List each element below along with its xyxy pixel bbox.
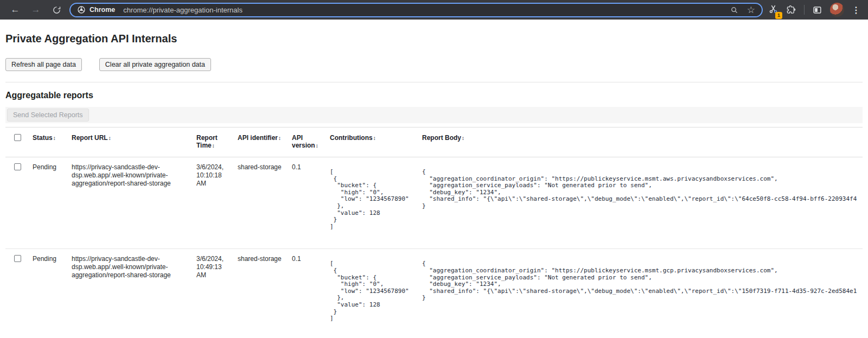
header-report-body[interactable]: Report Body↕: [422, 127, 863, 157]
back-icon[interactable]: ←: [9, 3, 22, 16]
three-dot-menu-icon[interactable]: ⋮: [852, 5, 860, 15]
omnibox[interactable]: Chrome chrome://private-aggregation-inte…: [69, 3, 763, 17]
reports-table: Status↕ Report URL↕ Report Time↕ API ide…: [5, 127, 863, 338]
row-checkbox[interactable]: [14, 255, 21, 262]
contributions-cell: [ { "bucket": { "high": "0", "low": "123…: [330, 157, 422, 249]
status-cell: Pending: [33, 157, 72, 249]
report-body-json: { "aggregation_coordinator_origin": "htt…: [422, 260, 859, 302]
sort-icon: ↕: [212, 143, 215, 149]
forward-icon: →: [29, 3, 42, 16]
browser-toolbar: ← → Chrome chrome://private-aggregation-…: [0, 0, 868, 20]
header-report-url[interactable]: Report URL↕: [72, 127, 196, 157]
api-version-cell: 0.1: [292, 157, 330, 249]
sort-icon: ↕: [373, 135, 376, 141]
sort-icon: ↕: [462, 135, 464, 141]
contributions-json: [ { "bucket": { "high": "0", "low": "123…: [330, 260, 419, 322]
header-api-version[interactable]: API version↕: [292, 127, 330, 157]
section-divider: [5, 82, 863, 82]
row-checkbox[interactable]: [14, 163, 21, 170]
extensions-puzzle-icon[interactable]: [786, 5, 796, 15]
toolbar-separator: [804, 5, 805, 15]
report-url-cell: https://privacy-sandcastle-dev-dsp.web.a…: [72, 157, 196, 249]
side-panel-icon[interactable]: [812, 5, 822, 15]
contributions-json: [ { "bucket": { "high": "0", "low": "123…: [330, 169, 419, 230]
page-title: Private Aggregation API Internals: [5, 33, 863, 45]
site-chip-label: Chrome: [90, 6, 115, 14]
aggregatable-reports-heading: Aggregatable reports: [5, 91, 863, 100]
profile-avatar[interactable]: [830, 3, 844, 17]
api-identifier-cell: shared-storage: [238, 157, 292, 249]
zoom-search-icon[interactable]: [730, 6, 738, 14]
scissors-extension-icon[interactable]: 1: [768, 4, 778, 16]
select-all-checkbox[interactable]: [14, 134, 21, 141]
report-time-cell: 3/6/2024, 10:10:18 AM: [196, 157, 238, 249]
chrome-logo-icon: [77, 5, 86, 14]
page-content: Private Aggregation API Internals Refres…: [0, 33, 868, 338]
refresh-all-button[interactable]: Refresh all page data: [5, 58, 82, 71]
page-actions: Refresh all page data Clear all private …: [5, 58, 863, 71]
sort-icon: ↕: [53, 135, 56, 141]
sort-icon: ↕: [108, 135, 111, 141]
sort-icon: ↕: [278, 135, 281, 141]
table-header-row: Status↕ Report URL↕ Report Time↕ API ide…: [5, 127, 863, 157]
extension-badge: 1: [775, 12, 782, 19]
header-api-identifier[interactable]: API identifier↕: [238, 127, 292, 157]
api-identifier-cell: shared-storage: [238, 249, 292, 338]
status-cell: Pending: [33, 249, 72, 338]
report-url-cell: https://privacy-sandcastle-dev-dsp.web.a…: [72, 249, 196, 338]
report-body-cell: { "aggregation_coordinator_origin": "htt…: [422, 157, 863, 249]
api-version-cell: 0.1: [292, 249, 330, 338]
report-time-cell: 3/6/2024, 10:49:13 AM: [196, 249, 238, 338]
reload-icon[interactable]: [50, 3, 63, 16]
report-actions-strip: Send Selected Reports: [5, 107, 863, 123]
header-contributions[interactable]: Contributions↕: [330, 127, 422, 157]
url-text[interactable]: chrome://private-aggregation-internals: [123, 6, 242, 14]
bookmark-star-icon[interactable]: ☆: [747, 5, 755, 15]
sort-icon: ↕: [316, 143, 318, 149]
send-selected-reports-button[interactable]: Send Selected Reports: [7, 109, 89, 122]
report-body-cell: { "aggregation_coordinator_origin": "htt…: [422, 249, 863, 338]
report-body-json: { "aggregation_coordinator_origin": "htt…: [422, 169, 859, 210]
table-row: Pending https://privacy-sandcastle-dev-d…: [5, 157, 863, 249]
clear-all-button[interactable]: Clear all private aggregation data: [99, 58, 211, 71]
header-report-time[interactable]: Report Time↕: [196, 127, 238, 157]
contributions-cell: [ { "bucket": { "high": "0", "low": "123…: [330, 249, 422, 338]
table-row: Pending https://privacy-sandcastle-dev-d…: [5, 249, 863, 338]
header-status[interactable]: Status↕: [33, 127, 72, 157]
